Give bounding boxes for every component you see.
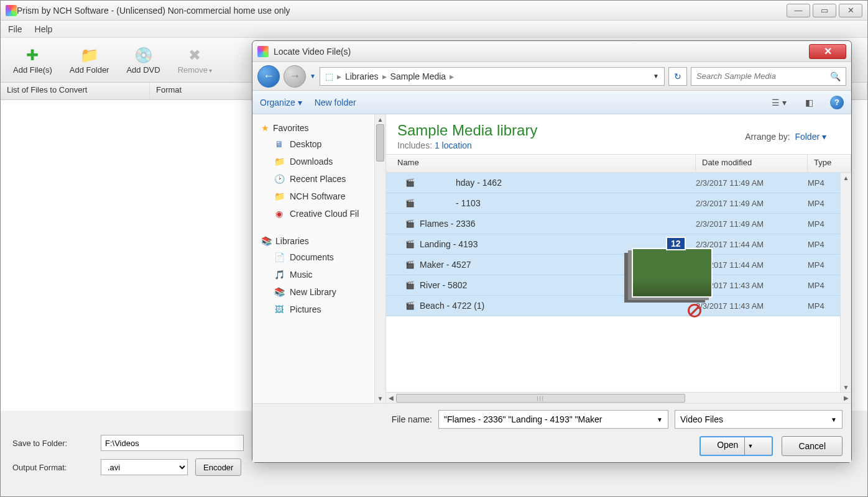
- add-files-label: Add File(s): [13, 65, 52, 75]
- breadcrumb-dropdown[interactable]: ▼: [653, 73, 659, 80]
- open-dropdown[interactable]: ▼: [744, 437, 755, 455]
- dialog-footer: File name: "Flames - 2336" "Landing - 41…: [252, 403, 851, 462]
- no-drop-icon: [688, 304, 701, 317]
- close-app-button[interactable]: ✕: [839, 4, 862, 17]
- dialog-titlebar: Locate Video File(s) ✕: [252, 41, 851, 62]
- file-row[interactable]: 🎬Landing - 4193 2/3/2017 11:44 AM MP4: [386, 234, 851, 255]
- nav-recent-places[interactable]: 🕑Recent Places: [256, 170, 382, 188]
- file-dialog: Locate Video File(s) ✕ ← → ▼ ⬚ ▸ Librari…: [252, 40, 852, 463]
- save-folder-input[interactable]: [101, 435, 244, 451]
- breadcrumb-root-icon[interactable]: ⬚: [325, 71, 333, 81]
- file-row[interactable]: 🎬Flames - 2336 2/3/2017 11:49 AM MP4: [386, 214, 851, 234]
- minimize-button[interactable]: —: [787, 4, 810, 17]
- chevron-right-icon: ▸: [337, 71, 341, 81]
- open-button[interactable]: Open▼: [699, 436, 773, 456]
- breadcrumb-libraries[interactable]: Libraries: [345, 71, 379, 81]
- col-type[interactable]: Type: [808, 155, 851, 172]
- search-input[interactable]: [696, 71, 830, 81]
- save-folder-label: Save to Folder:: [12, 439, 93, 448]
- cancel-button[interactable]: Cancel: [782, 436, 843, 456]
- breadcrumb-sample[interactable]: Sample Media: [390, 71, 446, 81]
- nav-scrollbar[interactable]: ▲ ▼: [374, 114, 386, 403]
- drag-count-badge: 12: [666, 237, 686, 250]
- search-box[interactable]: 🔍: [691, 67, 846, 86]
- desktop-icon: 🖥: [274, 139, 285, 150]
- preview-pane-button[interactable]: ◧: [800, 95, 818, 110]
- col-files[interactable]: List of Files to Convert: [1, 83, 150, 99]
- folder-icon: 📁: [274, 156, 285, 167]
- nav-creative-cloud[interactable]: ◉Creative Cloud Fil: [256, 205, 382, 222]
- dialog-title: Locate Video File(s): [274, 47, 809, 57]
- folder-icon: 📁: [274, 191, 285, 202]
- nav-nch-software[interactable]: 📁NCH Software: [256, 188, 382, 205]
- file-row[interactable]: 🎬hday - 1462 2/3/2017 11:49 AM MP4: [386, 173, 851, 193]
- nav-pictures[interactable]: 🖼Pictures: [256, 301, 382, 318]
- video-file-icon: 🎬: [404, 280, 416, 291]
- file-rows: 🎬hday - 1462 2/3/2017 11:49 AM MP4 🎬 - 1…: [386, 173, 851, 392]
- file-name: - 1103: [420, 198, 481, 208]
- file-date: 2/3/2017 11:44 AM: [696, 260, 808, 270]
- file-date: 2/3/2017 11:43 AM: [696, 301, 808, 311]
- view-mode-button[interactable]: ☰ ▾: [770, 95, 788, 110]
- add-folder-icon: 📁: [80, 45, 99, 65]
- nav-documents[interactable]: 📄Documents: [256, 248, 382, 266]
- add-folder-button[interactable]: 📁 Add Folder: [63, 43, 116, 77]
- nav-history-dropdown[interactable]: ▼: [310, 73, 316, 80]
- nav-desktop[interactable]: 🖥Desktop: [256, 135, 382, 153]
- file-name: Flames - 2336: [420, 219, 475, 229]
- file-row[interactable]: 🎬Maker - 4527 2/3/2017 11:44 AM MP4: [386, 255, 851, 275]
- library-icon: 📚: [274, 286, 285, 298]
- dialog-navbar: ← → ▼ ⬚ ▸ Libraries ▸ Sample Media ▸ ▼ ↻…: [252, 62, 851, 91]
- refresh-button[interactable]: ↻: [668, 67, 687, 86]
- horizontal-scrollbar[interactable]: ◀ ||| ▶: [386, 392, 851, 403]
- search-icon[interactable]: 🔍: [830, 71, 841, 81]
- libraries-icon: 📚: [261, 236, 272, 246]
- filename-combo[interactable]: "Flames - 2336" "Landing - 4193" "Maker▼: [438, 410, 668, 429]
- output-format-label: Output Format:: [12, 463, 93, 472]
- dialog-close-button[interactable]: ✕: [809, 44, 846, 59]
- maximize-button[interactable]: ▭: [813, 4, 836, 17]
- filter-combo[interactable]: Video Files▼: [675, 410, 843, 429]
- nav-downloads[interactable]: 📁Downloads: [256, 153, 382, 170]
- add-dvd-button[interactable]: 💿 Add DVD: [120, 43, 166, 77]
- arrange-dropdown[interactable]: Folder ▾: [795, 132, 826, 142]
- video-file-icon: 🎬: [404, 300, 416, 311]
- libraries-group[interactable]: 📚Libraries: [256, 234, 382, 248]
- documents-icon: 📄: [274, 252, 285, 263]
- file-date: 2/3/2017 11:49 AM: [696, 219, 808, 229]
- add-files-button[interactable]: ✚ Add File(s): [7, 43, 58, 77]
- help-button[interactable]: ?: [830, 96, 844, 109]
- pictures-icon: 🖼: [274, 304, 285, 315]
- video-file-icon: 🎬: [404, 259, 416, 270]
- menu-help[interactable]: Help: [35, 24, 53, 34]
- add-folder-label: Add Folder: [70, 65, 109, 75]
- col-date[interactable]: Date modified: [696, 155, 808, 172]
- locations-link[interactable]: 1 location: [435, 140, 472, 150]
- file-row[interactable]: 🎬Beach - 4722 (1) 2/3/2017 11:43 AM MP4: [386, 296, 851, 316]
- dialog-toolbar: Organize ▾ New folder ☰ ▾ ◧ ?: [252, 91, 851, 114]
- remove-button: ✖ Remove▾: [172, 43, 218, 77]
- file-list-header: Name Date modified Type: [386, 154, 851, 173]
- arrange-label: Arrange by:: [745, 132, 790, 142]
- drag-thumbnail: [632, 248, 713, 298]
- new-folder-button[interactable]: New folder: [315, 98, 356, 107]
- breadcrumb[interactable]: ⬚ ▸ Libraries ▸ Sample Media ▸ ▼: [320, 67, 665, 86]
- add-dvd-label: Add DVD: [126, 65, 160, 75]
- star-icon: ★: [261, 123, 269, 133]
- nav-new-library[interactable]: 📚New Library: [256, 283, 382, 301]
- col-name[interactable]: Name: [386, 155, 696, 172]
- file-date: 2/3/2017 11:44 AM: [696, 240, 808, 249]
- file-date: 2/3/2017 11:43 AM: [696, 281, 808, 290]
- file-row[interactable]: 🎬River - 5802 2/3/2017 11:43 AM MP4: [386, 275, 851, 296]
- encoder-button[interactable]: Encoder: [195, 458, 241, 476]
- file-row[interactable]: 🎬 - 1103 2/3/2017 11:49 AM MP4: [386, 193, 851, 214]
- content-scrollbar[interactable]: ▲ ▼: [840, 173, 851, 392]
- nav-music[interactable]: 🎵Music: [256, 266, 382, 283]
- favorites-group[interactable]: ★Favorites: [256, 121, 382, 135]
- organize-button[interactable]: Organize ▾: [260, 98, 302, 107]
- menu-file[interactable]: File: [8, 24, 22, 34]
- nav-back-button[interactable]: ←: [257, 65, 280, 88]
- output-format-select[interactable]: .avi: [101, 459, 188, 475]
- content-pane: Sample Media library Includes: 1 locatio…: [386, 114, 851, 403]
- video-file-icon: 🎬: [404, 239, 416, 250]
